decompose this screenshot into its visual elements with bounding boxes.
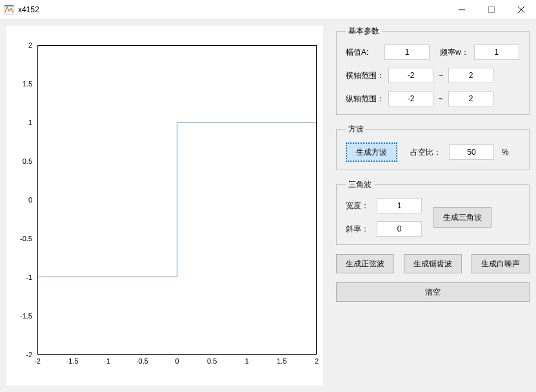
ymin-input[interactable] xyxy=(388,91,433,106)
freq-label: 频率w： xyxy=(440,47,469,58)
svg-rect-3 xyxy=(489,6,495,12)
app-icon xyxy=(4,5,14,15)
xrange-tilde: ~ xyxy=(439,71,443,80)
basic-params-group: 基本参数 幅值A: 频率w： 横轴范围： ~ 纵轴范围： ~ xyxy=(336,26,530,115)
gen-triangle-button[interactable]: 生成三角波 xyxy=(433,207,491,228)
plot-axes: 21.510.50-0.5-1-1.5-2 -2-1.5-1-0.500.511… xyxy=(6,26,323,386)
svg-rect-1 xyxy=(5,5,14,6)
tri-slope-label: 斜率： xyxy=(346,224,372,235)
gen-noise-button[interactable]: 生成白噪声 xyxy=(471,254,530,273)
close-button[interactable] xyxy=(506,0,536,19)
titlebar: x4152 xyxy=(0,0,536,19)
tri-width-input[interactable] xyxy=(377,198,422,213)
gen-square-button[interactable]: 生成方波 xyxy=(346,142,397,162)
xmax-input[interactable] xyxy=(448,68,493,83)
plot-line xyxy=(38,46,316,354)
xrange-label: 横轴范围： xyxy=(346,70,383,81)
tri-width-label: 宽度： xyxy=(346,201,372,211)
gen-sine-button[interactable]: 生成正弦波 xyxy=(336,254,394,273)
clear-button[interactable]: 清空 xyxy=(336,282,530,302)
x-axis-ticks: -2-1.5-1-0.500.511.52 xyxy=(37,357,317,368)
gen-sawtooth-button[interactable]: 生成锯齿波 xyxy=(404,254,462,273)
freq-input[interactable] xyxy=(474,44,519,60)
xmin-input[interactable] xyxy=(388,68,433,83)
triangle-wave-group: 三角波 宽度： 斜率： 生成三角波 xyxy=(336,179,530,245)
square-legend: 方波 xyxy=(346,124,366,135)
yrange-tilde: ~ xyxy=(439,94,443,103)
triangle-legend: 三角波 xyxy=(346,179,374,190)
duty-pct: % xyxy=(502,148,509,157)
basic-legend: 基本参数 xyxy=(346,26,382,37)
ymax-input[interactable] xyxy=(448,91,493,106)
yrange-label: 纵轴范围： xyxy=(346,93,383,104)
window-title: x4152 xyxy=(18,5,447,14)
duty-label: 占空比： xyxy=(410,147,441,158)
amplitude-input[interactable] xyxy=(384,44,430,60)
minimize-button[interactable] xyxy=(447,0,477,19)
amplitude-label: 幅值A: xyxy=(346,47,379,58)
duty-input[interactable] xyxy=(449,144,494,160)
maximize-button[interactable] xyxy=(477,0,506,19)
square-wave-group: 方波 生成方波 占空比： % xyxy=(336,124,530,170)
y-axis-ticks: 21.510.50-0.5-1-1.5-2 xyxy=(6,45,35,355)
tri-slope-input[interactable] xyxy=(377,221,422,237)
